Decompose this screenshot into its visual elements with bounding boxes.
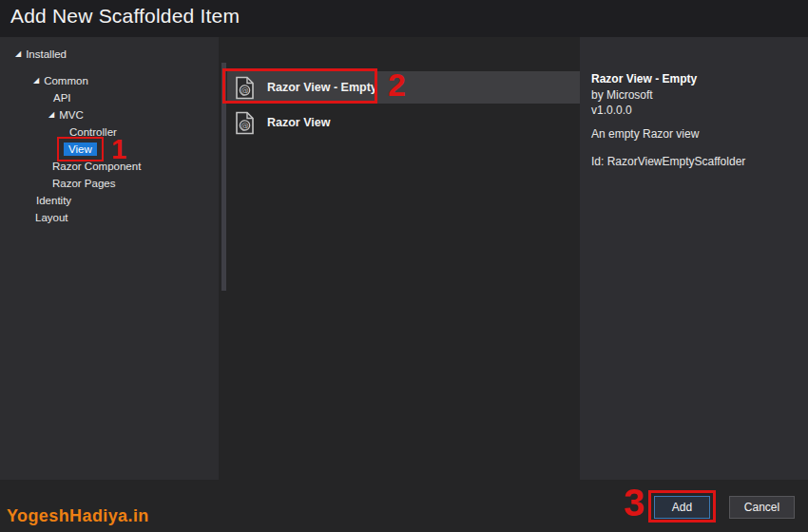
tree-item-layout[interactable]: Layout	[35, 212, 68, 223]
tree-item-label: Installed	[26, 48, 67, 60]
detail-template-name: Razor View - Empty	[591, 72, 697, 86]
razor-file-icon: @	[235, 111, 255, 135]
cancel-button[interactable]: Cancel	[729, 496, 795, 519]
tree-item-label: MVC	[59, 109, 84, 121]
category-tree-panel	[0, 37, 219, 480]
tree-item-label: Layout	[35, 212, 68, 223]
add-new-scaffolded-item-dialog: Add New Scaffolded Item ◢ Installed ◢ Co…	[0, 0, 808, 532]
tree-item-common[interactable]: ◢ Common	[33, 75, 88, 86]
scrollbar[interactable]	[221, 63, 226, 291]
template-row-razor-view-empty[interactable]: @ Razor View - Empty	[227, 71, 580, 104]
tree-item-api[interactable]: API	[53, 92, 71, 104]
template-row-razor-view[interactable]: @ Razor View	[227, 106, 580, 139]
tree-item-label: API	[53, 92, 71, 104]
tree-item-label: View	[64, 142, 97, 156]
expander-icon[interactable]: ◢	[15, 50, 21, 58]
tree-item-label: Razor Pages	[52, 178, 115, 189]
tree-item-installed[interactable]: ◢ Installed	[15, 48, 67, 60]
svg-text:@: @	[240, 86, 249, 95]
watermark-text: YogeshHadiya.in	[7, 506, 149, 526]
tree-item-view-selected[interactable]: View	[64, 142, 97, 156]
template-label: Razor View	[267, 116, 330, 129]
detail-scaffolder-id: Id: RazorViewEmptyScaffolder	[591, 155, 745, 168]
tree-item-label: Identity	[36, 195, 71, 206]
tree-item-razor-pages[interactable]: Razor Pages	[52, 178, 115, 189]
tree-item-label: Razor Component	[52, 161, 141, 172]
tree-item-identity[interactable]: Identity	[36, 195, 71, 206]
dialog-titlebar: Add New Scaffolded Item	[0, 0, 808, 37]
template-label: Razor View - Empty	[267, 81, 377, 94]
add-button[interactable]: Add	[654, 496, 710, 519]
expander-icon[interactable]: ◢	[33, 77, 39, 85]
detail-version: v1.0.0.0	[591, 104, 632, 117]
tree-item-mvc[interactable]: ◢ MVC	[48, 109, 84, 121]
svg-text:@: @	[240, 121, 249, 130]
annotation-number-3: 3	[624, 484, 644, 522]
razor-file-icon: @	[235, 76, 255, 100]
expander-icon[interactable]: ◢	[48, 111, 54, 119]
dialog-title: Add New Scaffolded Item	[10, 5, 240, 28]
tree-item-label: Controller	[69, 126, 117, 138]
tree-item-controller[interactable]: Controller	[69, 126, 117, 138]
tree-item-razor-component[interactable]: Razor Component	[52, 161, 141, 172]
detail-author: by Microsoft	[591, 88, 653, 102]
tree-item-label: Common	[44, 75, 88, 86]
detail-description: An empty Razor view	[591, 127, 699, 141]
